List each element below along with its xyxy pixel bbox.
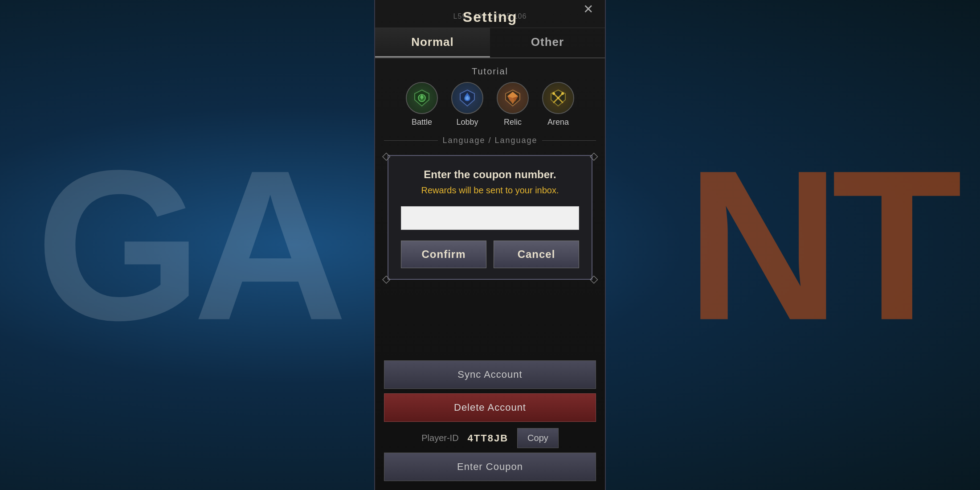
language-label: Language / Language [442, 136, 537, 145]
cancel-button[interactable]: Cancel [494, 241, 579, 268]
dialog-buttons: Confirm Cancel [401, 241, 579, 268]
coupon-dialog: ◇ ◇ ◇ ◇ Enter the coupon number. Rewards… [388, 155, 592, 280]
battle-label: Battle [412, 118, 432, 127]
bg-text-nt: NT [686, 122, 953, 368]
tab-other[interactable]: Other [490, 28, 605, 57]
corner-bl: ◇ [382, 273, 390, 285]
svg-point-13 [552, 92, 555, 95]
settings-panel: L594.405 L5015.106 Setting ✕ Normal Othe… [374, 0, 606, 490]
tutorial-lobby[interactable]: Lobby [451, 82, 483, 127]
player-id-row: Player-ID 4TT8JB Copy [421, 428, 559, 448]
tab-bar: Normal Other [375, 28, 605, 58]
dialog-title: Enter the coupon number. [401, 168, 579, 181]
tutorial-label: Tutorial [472, 66, 508, 77]
svg-point-14 [561, 92, 564, 95]
delete-account-button[interactable]: Delete Account [384, 393, 596, 422]
sync-account-button[interactable]: Sync Account [384, 360, 596, 389]
relic-icon [497, 82, 529, 114]
lobby-icon [451, 82, 483, 114]
corner-tl: ◇ [382, 150, 390, 162]
copy-button[interactable]: Copy [517, 428, 559, 448]
bottom-section: Sync Account Delete Account [375, 360, 605, 422]
relic-label: Relic [504, 118, 522, 127]
svg-point-4 [465, 96, 470, 100]
tutorial-relic[interactable]: Relic [497, 82, 529, 127]
tutorial-battle[interactable]: Battle [406, 82, 438, 127]
arena-icon [542, 82, 574, 114]
enter-coupon-button[interactable]: Enter Coupon [384, 453, 596, 481]
player-id-value: 4TT8JB [468, 433, 508, 444]
dialog-subtitle: Rewards will be sent to your inbox. [401, 185, 579, 196]
player-id-label: Player-ID [421, 433, 458, 443]
tutorial-arena[interactable]: Arena [542, 82, 574, 127]
bg-text-ga: GA [36, 122, 339, 368]
lobby-label: Lobby [456, 118, 478, 127]
dialog-area: ◇ ◇ ◇ ◇ Enter the coupon number. Rewards… [375, 151, 605, 357]
corner-tr: ◇ [590, 150, 598, 162]
title-bar: L594.405 L5015.106 Setting ✕ [375, 0, 605, 28]
divider-line-left [384, 140, 438, 141]
corner-br: ◇ [590, 273, 598, 285]
arena-label: Arena [547, 118, 569, 127]
tutorial-icons: Battle Lobby [406, 82, 574, 127]
battle-icon [406, 82, 438, 114]
divider-line-right [542, 140, 596, 141]
page-title: Setting [463, 9, 517, 25]
close-button[interactable]: ✕ [580, 1, 596, 17]
language-divider: Language / Language [375, 136, 605, 145]
tab-normal[interactable]: Normal [375, 28, 490, 57]
confirm-button[interactable]: Confirm [401, 241, 486, 268]
coupon-input[interactable] [401, 206, 579, 230]
